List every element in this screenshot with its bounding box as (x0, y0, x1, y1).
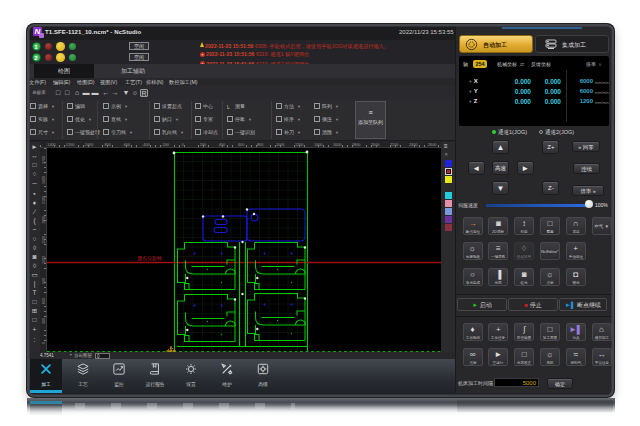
svg-text:原点分割线: 原点分割线 (137, 255, 162, 261)
